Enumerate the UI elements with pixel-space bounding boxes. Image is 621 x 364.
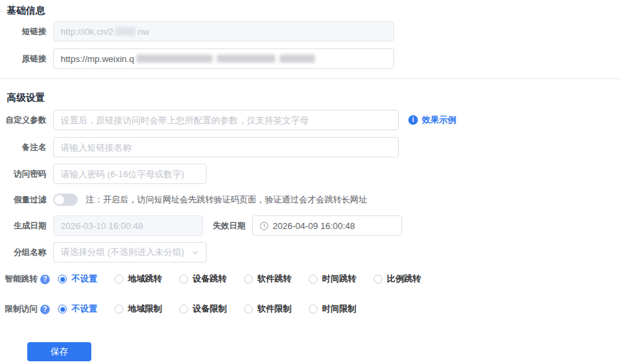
- redacted-text: [115, 27, 136, 35]
- radio-option-label: 软件限制: [258, 303, 292, 315]
- fake-traffic-filter-toggle[interactable]: [53, 194, 78, 206]
- toggle-knob-icon: [55, 195, 64, 204]
- group-name-placeholder: 请选择分组 (不选则进入未分组): [61, 246, 184, 258]
- basic-info-section-title: 基础信息: [7, 0, 621, 16]
- redacted-text: [217, 55, 275, 63]
- effect-example-link[interactable]: 效果示例: [422, 115, 456, 126]
- clock-icon: [260, 222, 269, 230]
- radio-option-label: 地域跳转: [128, 273, 162, 285]
- radio-option[interactable]: 软件限制: [244, 303, 292, 315]
- radio-option[interactable]: 设备限制: [179, 303, 227, 315]
- radio-option[interactable]: 时间限制: [309, 303, 357, 315]
- radio-circle-icon: [179, 275, 188, 284]
- original-link-label: 原链接: [0, 48, 46, 69]
- custom-param-input[interactable]: [53, 110, 399, 130]
- radio-circle-icon: [115, 305, 123, 314]
- radio-option-label: 软件跳转: [258, 273, 292, 285]
- radio-option-label: 设备限制: [193, 303, 227, 315]
- original-link-value-prefix: https://mp.weixin.q: [61, 54, 134, 64]
- fake-traffic-filter-label: 假量过滤: [0, 193, 46, 207]
- radio-option-label: 地域限制: [128, 303, 162, 315]
- short-link-row: 短链接 http://i0k.cn/2nw: [0, 21, 621, 42]
- radio-circle-icon: [115, 275, 123, 284]
- group-name-select[interactable]: 请选择分组 (不选则进入未分组): [53, 242, 207, 262]
- short-link-input: http://i0k.cn/2nw: [53, 21, 394, 42]
- help-icon[interactable]: ?: [40, 275, 50, 284]
- smart-jump-label: 智能跳转: [0, 274, 37, 284]
- remark-name-row: 备注名: [0, 137, 621, 157]
- radio-circle-icon: [374, 275, 382, 284]
- original-link-row: 原链接 https://mp.weixin.q: [0, 48, 621, 69]
- create-date-input: 2026-03-10 16:00:48: [53, 215, 203, 236]
- expire-date-value: 2026-04-09 16:00:48: [273, 221, 355, 231]
- redacted-text: [136, 55, 213, 63]
- dates-row: 生成日期 2026-03-10 16:00:48 失效日期 2026-04-09…: [0, 215, 621, 236]
- radio-option[interactable]: 地域限制: [115, 303, 162, 315]
- fake-traffic-filter-row: 假量过滤 注：开启后，访问短网址会先跳转验证码页面，验证通过会才会跳转长网址: [0, 193, 621, 207]
- remark-name-input[interactable]: [53, 137, 399, 157]
- radio-option[interactable]: 设备跳转: [179, 273, 227, 285]
- help-icon[interactable]: ?: [40, 305, 50, 314]
- remark-name-label: 备注名: [0, 137, 46, 157]
- radio-circle-icon: [244, 305, 253, 314]
- restrict-access-label: 限制访问: [0, 304, 37, 314]
- create-date-value: 2026-03-10 16:00:48: [61, 221, 143, 231]
- radio-option[interactable]: 地域跳转: [115, 273, 162, 285]
- radio-option[interactable]: 时间跳转: [309, 273, 357, 285]
- group-name-row: 分组名称 请选择分组 (不选则进入未分组): [0, 242, 621, 262]
- restrict-access-radio-group: 不设置地域限制设备限制软件限制时间限制: [58, 303, 374, 315]
- fake-traffic-filter-note: 注：开启后，访问短网址会先跳转验证码页面，验证通过会才会跳转长网址: [86, 193, 367, 207]
- radio-circle-icon: [58, 305, 67, 314]
- effect-example: i 效果示例: [408, 110, 456, 130]
- radio-option[interactable]: 软件跳转: [244, 273, 292, 285]
- original-link-input[interactable]: https://mp.weixin.q: [53, 48, 394, 69]
- radio-circle-icon: [309, 305, 318, 314]
- advanced-settings-section-title: 高级设置: [7, 93, 621, 103]
- radio-circle-icon: [58, 275, 67, 284]
- radio-circle-icon: [309, 275, 318, 284]
- chevron-down-icon: [192, 249, 199, 256]
- radio-option-label: 比例跳转: [387, 273, 421, 285]
- radio-option-label: 不设置: [72, 273, 97, 285]
- section-divider: [0, 78, 621, 79]
- redacted-text: [279, 55, 315, 63]
- expire-date-input[interactable]: 2026-04-09 16:00:48: [252, 215, 402, 236]
- custom-param-label: 自定义参数: [0, 110, 46, 130]
- access-password-row: 访问密码: [0, 164, 621, 184]
- smart-jump-radio-group: 不设置地域跳转设备跳转软件跳转时间跳转比例跳转: [58, 273, 438, 285]
- short-link-value-suffix: nw: [138, 27, 149, 37]
- short-link-value-prefix: http://i0k.cn/2: [61, 27, 113, 37]
- info-icon: i: [408, 115, 418, 125]
- radio-option[interactable]: 不设置: [58, 273, 97, 285]
- radio-circle-icon: [244, 275, 253, 284]
- create-date-label: 生成日期: [0, 215, 46, 236]
- short-link-edit-form: 基础信息 短链接 http://i0k.cn/2nw 原链接 https://m…: [0, 0, 621, 364]
- save-button[interactable]: 保存: [27, 342, 91, 361]
- custom-param-row: 自定义参数 i 效果示例: [0, 110, 621, 130]
- radio-circle-icon: [179, 305, 188, 314]
- short-link-label: 短链接: [0, 21, 46, 42]
- radio-option-label: 不设置: [72, 303, 97, 315]
- group-name-label: 分组名称: [0, 242, 46, 262]
- access-password-label: 访问密码: [0, 164, 46, 184]
- radio-option-label: 设备跳转: [193, 273, 227, 285]
- expire-date-label: 失效日期: [213, 215, 245, 236]
- radio-option-label: 时间限制: [322, 303, 357, 315]
- radio-option[interactable]: 比例跳转: [374, 273, 421, 285]
- smart-jump-row: 智能跳转 ? 不设置地域跳转设备跳转软件跳转时间跳转比例跳转: [0, 273, 621, 285]
- restrict-access-row: 限制访问 ? 不设置地域限制设备限制软件限制时间限制: [0, 303, 621, 315]
- access-password-input[interactable]: [53, 164, 207, 184]
- radio-option-label: 时间跳转: [322, 273, 357, 285]
- radio-option[interactable]: 不设置: [58, 303, 97, 315]
